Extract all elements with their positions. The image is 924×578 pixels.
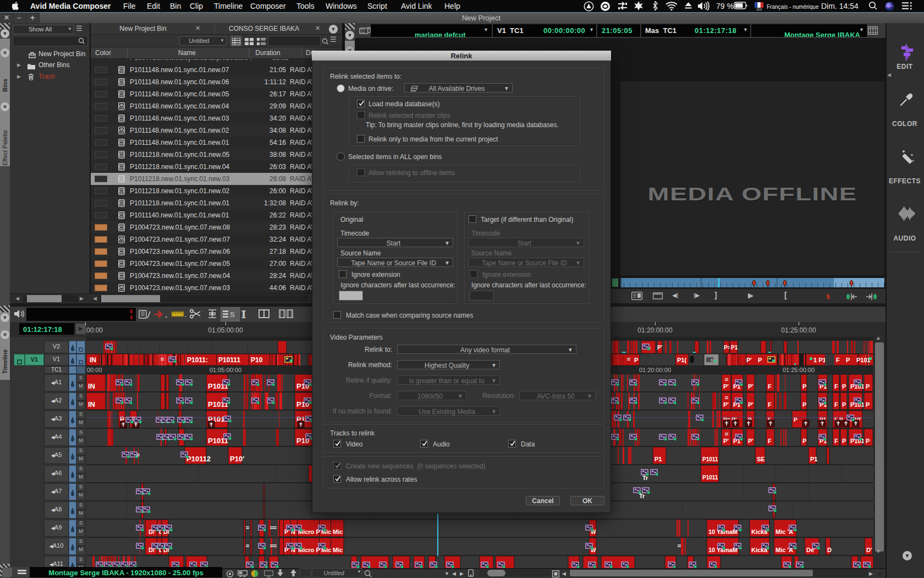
svg-text:P': P' xyxy=(723,401,729,408)
svg-text:P': P' xyxy=(657,345,662,351)
svg-text:Tr: Tr xyxy=(639,493,645,499)
svg-text:F: F xyxy=(834,438,838,444)
svg-text:D: D xyxy=(827,547,832,553)
svg-text:F: F xyxy=(768,401,772,408)
svg-text:P': P' xyxy=(746,357,752,363)
svg-text:P: P xyxy=(866,383,870,390)
svg-text:P1: P1 xyxy=(654,456,662,462)
svg-text:Tr: Tr xyxy=(642,475,648,481)
svg-text:P: P xyxy=(866,401,870,408)
svg-text:F: F xyxy=(768,438,772,444)
svg-text:P10: P10 xyxy=(251,356,263,364)
svg-text:P10112: P10112 xyxy=(186,455,211,463)
svg-text:F: F xyxy=(768,383,772,390)
svg-text:P: P xyxy=(802,401,806,408)
svg-text:P1011:: P1011: xyxy=(187,356,208,364)
svg-text:IN: IN xyxy=(88,382,95,390)
svg-text:00:00: 00:00 xyxy=(87,367,102,373)
svg-text:P: P xyxy=(758,357,762,363)
svg-text:P': P' xyxy=(748,383,754,390)
svg-text:P1011: P1011 xyxy=(702,475,718,481)
svg-text:F: F xyxy=(834,383,838,390)
svg-text:P: P xyxy=(634,357,638,363)
svg-text:D': D' xyxy=(866,547,872,553)
svg-text:P1: P1 xyxy=(810,456,817,462)
svg-text:IN: IN xyxy=(90,356,96,364)
svg-text:P1(: P1( xyxy=(677,357,686,363)
svg-text:01:20:00:00: 01:20:00:00 xyxy=(639,367,671,373)
svg-text:P1011: P1011 xyxy=(702,456,718,462)
svg-text:P10111: P10111 xyxy=(218,356,240,364)
svg-text:1 P1: 1 P1 xyxy=(813,357,826,363)
svg-text:P: P xyxy=(842,383,846,390)
svg-text:F: F xyxy=(836,357,840,363)
svg-text:P101: P101 xyxy=(856,357,871,363)
svg-text:Mic: Mic xyxy=(333,528,343,535)
svg-text:P1: P1 xyxy=(731,345,738,351)
svg-text:P': P' xyxy=(748,438,754,444)
svg-text:P: P xyxy=(842,401,846,408)
svg-text:01:25:00:00: 01:25:00:00 xyxy=(783,367,815,373)
svg-text:01:05:00:00: 01:05:00:00 xyxy=(210,367,241,373)
svg-text:P: P xyxy=(846,357,850,363)
svg-text:s: s xyxy=(711,357,713,363)
svg-text:P': P' xyxy=(723,383,729,390)
svg-text:P10': P10' xyxy=(230,455,244,463)
svg-text:P': P' xyxy=(723,438,729,444)
svg-text:P: P xyxy=(866,438,870,444)
svg-text:SE: SE xyxy=(757,456,765,462)
svg-text:Mic: Mic xyxy=(333,547,343,553)
svg-text:P: P xyxy=(842,438,846,444)
svg-text:P: P xyxy=(802,438,806,444)
svg-text:F: F xyxy=(834,401,838,408)
svg-text:P': P' xyxy=(748,401,754,408)
svg-text:P: P xyxy=(802,383,806,390)
svg-text:IN: IN xyxy=(88,400,95,408)
